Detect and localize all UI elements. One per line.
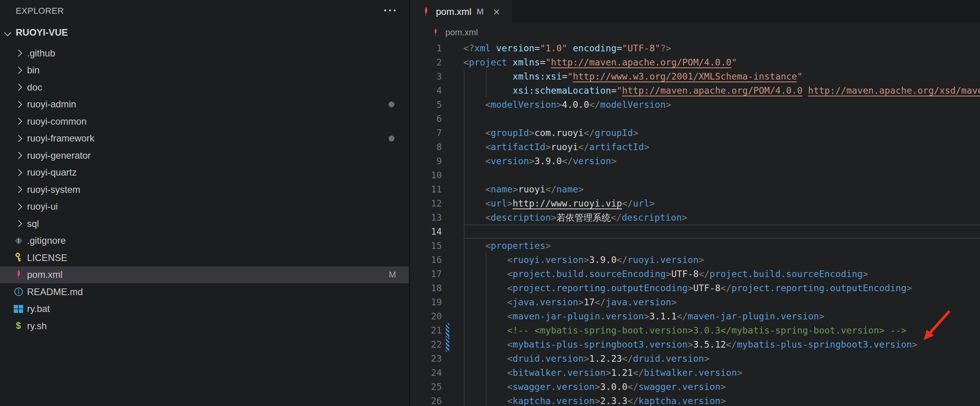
code-line-21[interactable]: 21 <!-- <mybatis-spring-boot.version>3.0… (411, 323, 980, 337)
tree-item-sql[interactable]: sql (0, 215, 409, 232)
code-line-12[interactable]: 12 <url>http://www.ruoyi.vip</url> (411, 196, 980, 210)
gutter-line-11[interactable]: 11 (411, 182, 463, 196)
explorer-header: EXPLORER (0, 0, 409, 22)
code-line-content: <groupId>com.ruoyi</groupId> (463, 126, 980, 140)
git-icon (13, 236, 24, 246)
folder-label: bin (27, 65, 40, 76)
gutter-line-9[interactable]: 9 (411, 154, 463, 168)
gutter-line-1[interactable]: 1 (411, 41, 463, 55)
explorer-root-folder[interactable]: RUOYI-VUE (0, 24, 409, 41)
gutter-line-12[interactable]: 12 (411, 196, 463, 210)
code-line-20[interactable]: 20 <maven-jar-plugin.version>3.1.1</mave… (411, 309, 980, 323)
tree-item-doc[interactable]: doc (0, 79, 409, 96)
line-number: 6 (436, 112, 442, 126)
gutter-line-24[interactable]: 24 (411, 366, 463, 380)
chevron-right-icon (13, 119, 24, 124)
tree-item-license[interactable]: LICENSE (0, 249, 409, 266)
line-number: 3 (436, 69, 442, 83)
code-line-1[interactable]: 1<?xml version="1.0" encoding="UTF-8"?> (411, 41, 980, 55)
code-line-19[interactable]: 19 <java.version>17</java.version> (411, 295, 980, 309)
gutter-line-16[interactable]: 16 (411, 253, 463, 267)
code-line-10[interactable]: 10 (411, 168, 980, 182)
gutter-line-21[interactable]: 21 (411, 323, 463, 337)
git-modified-badge: M (389, 270, 396, 280)
gutter-line-15[interactable]: 15 (411, 239, 463, 253)
gutter-line-7[interactable]: 7 (411, 126, 463, 140)
tree-item-bin[interactable]: bin (0, 62, 409, 79)
gutter-line-3[interactable]: 3 (411, 69, 463, 83)
code-line-22[interactable]: 22 <mybatis-plus-springboot3.version>3.5… (411, 337, 980, 352)
gutter-line-4[interactable]: 4 (411, 83, 463, 98)
code-line-content (463, 168, 980, 182)
gutter-line-20[interactable]: 20 (411, 309, 463, 323)
gutter-line-23[interactable]: 23 (411, 352, 463, 366)
code-line-25[interactable]: 25 <swagger.version>3.0.0</swagger.versi… (411, 380, 980, 394)
code-line-2[interactable]: 2<project xmlns="http://maven.apache.org… (411, 55, 980, 69)
folder-label: ruoyi-system (27, 184, 80, 195)
chevron-right-icon (13, 51, 24, 56)
gutter-line-13[interactable]: 13 (411, 210, 463, 225)
code-editor[interactable]: 1<?xml version="1.0" encoding="UTF-8"?>2… (411, 41, 980, 406)
tree-item-ruoyi-common[interactable]: ruoyi-common (0, 113, 409, 130)
gutter-line-26[interactable]: 26 (411, 394, 463, 406)
code-line-16[interactable]: 16 <ruoyi.version>3.9.0</ruoyi.version> (411, 253, 980, 267)
indent-guide (486, 281, 486, 295)
tab-pom-xml[interactable]: pom.xml M (411, 0, 512, 24)
tree-item-ruoyi-quartz[interactable]: ruoyi-quartz (0, 164, 409, 181)
tree-item-ry-sh[interactable]: $ry.sh (0, 317, 409, 335)
gutter-line-10[interactable]: 10 (411, 168, 463, 182)
gutter-line-2[interactable]: 2 (411, 55, 463, 69)
folder-label: ruoyi-admin (27, 99, 76, 110)
code-line-23[interactable]: 23 <druid.version>1.2.23</druid.version> (411, 352, 980, 366)
code-line-14[interactable]: 14 (411, 225, 980, 239)
indent-guide (486, 267, 486, 281)
chevron-right-icon (13, 85, 24, 90)
gutter-line-25[interactable]: 25 (411, 380, 463, 394)
tree-item--gitignore[interactable]: .gitignore (0, 232, 409, 250)
folder-label: doc (27, 82, 42, 93)
code-line-17[interactable]: 17 <project.build.sourceEncoding>UTF-8</… (411, 267, 980, 281)
code-line-15[interactable]: 15 <properties> (411, 239, 980, 253)
gutter-line-19[interactable]: 19 (411, 295, 463, 309)
tree-item-pom-xml[interactable]: pom.xmlM (0, 266, 409, 284)
code-line-18[interactable]: 18 <project.reporting.outputEncoding>UTF… (411, 281, 980, 295)
tree-item-ruoyi-admin[interactable]: ruoyi-admin (0, 96, 409, 113)
tree-item-ruoyi-generator[interactable]: ruoyi-generator (0, 147, 409, 164)
gutter-line-14[interactable]: 14 (411, 225, 463, 239)
gutter-line-17[interactable]: 17 (411, 267, 463, 281)
close-icon[interactable] (493, 8, 500, 16)
tree-item-ruoyi-ui[interactable]: ruoyi-ui (0, 198, 409, 216)
gutter-line-22[interactable]: 22 (411, 337, 463, 352)
shell-icon: $ (13, 321, 24, 331)
indent-guide (486, 337, 486, 352)
code-line-content: <url>http://www.ruoyi.vip</url> (463, 196, 980, 210)
gutter-line-5[interactable]: 5 (411, 98, 463, 112)
code-line-13[interactable]: 13 <description>若依管理系统</description> (411, 210, 980, 225)
tree-item-ruoyi-framework[interactable]: ruoyi-framework (0, 130, 409, 147)
code-line-26[interactable]: 26 <kaptcha.version>2.3.3</kaptcha.versi… (411, 394, 980, 406)
ellipsis-icon[interactable] (384, 9, 396, 11)
code-line-8[interactable]: 8 <artifactId>ruoyi</artifactId> (411, 140, 980, 154)
tree-item-ruoyi-system[interactable]: ruoyi-system (0, 181, 409, 198)
code-line-5[interactable]: 5 <modelVersion>4.0.0</modelVersion> (411, 98, 980, 112)
line-number: 13 (431, 210, 442, 225)
code-line-content: <?xml version="1.0" encoding="UTF-8"?> (463, 41, 980, 55)
tree-item-ry-bat[interactable]: ry.bat (0, 301, 409, 318)
tree-item--github[interactable]: .github (0, 45, 409, 62)
code-line-7[interactable]: 7 <groupId>com.ruoyi</groupId> (411, 126, 980, 140)
code-line-24[interactable]: 24 <bitwalker.version>1.21</bitwalker.ve… (411, 366, 980, 380)
code-line-9[interactable]: 9 <version>3.9.0</version> (411, 154, 980, 168)
code-line-11[interactable]: 11 <name>ruoyi</name> (411, 182, 980, 196)
code-line-4[interactable]: 4 xsi:schemaLocation="http://maven.apach… (411, 83, 980, 98)
code-line-6[interactable]: 6 (411, 112, 980, 126)
gutter-line-6[interactable]: 6 (411, 112, 463, 126)
code-line-3[interactable]: 3 xmlns:xsi="http://www.w3.org/2001/XMLS… (411, 69, 980, 83)
code-line-content: <modelVersion>4.0.0</modelVersion> (463, 98, 980, 112)
breadcrumb[interactable]: pom.xml (411, 24, 980, 42)
gutter-line-8[interactable]: 8 (411, 140, 463, 154)
line-number: 8 (436, 140, 442, 154)
code-line-content: <project.reporting.outputEncoding>UTF-8<… (463, 281, 980, 295)
gutter-line-18[interactable]: 18 (411, 281, 463, 295)
tree-item-readme-md[interactable]: README.md (0, 283, 409, 301)
code-line-content: <properties> (463, 239, 980, 253)
